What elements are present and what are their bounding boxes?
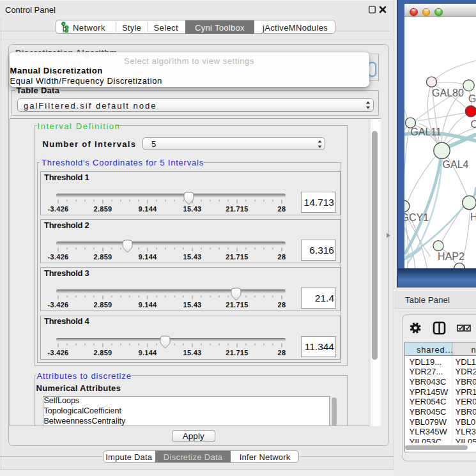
svg-text:CY: CY xyxy=(470,119,476,130)
svg-text:GAL: GAL xyxy=(468,93,476,104)
svg-text:HAP2: HAP2 xyxy=(438,251,464,262)
svg-text:GCY1: GCY1 xyxy=(404,212,429,223)
svg-text:GAL4: GAL4 xyxy=(442,159,468,170)
svg-text:HAP: HAP xyxy=(470,211,476,222)
svg-text:GAL11: GAL11 xyxy=(410,127,441,137)
svg-text:GAL80: GAL80 xyxy=(432,88,464,98)
